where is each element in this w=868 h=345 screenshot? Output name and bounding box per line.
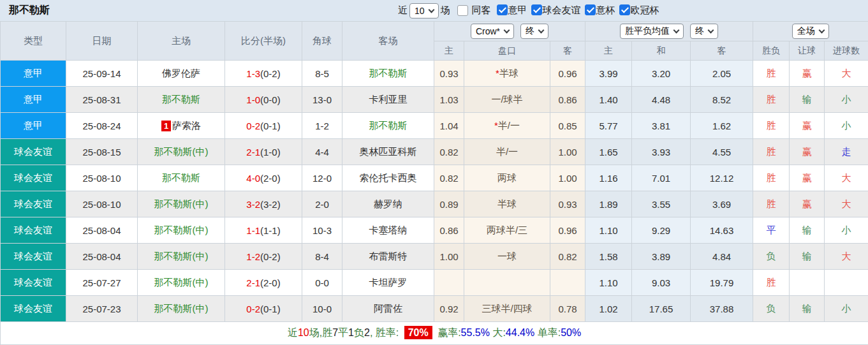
avg-home-cell: 1.02 — [585, 296, 632, 322]
odds-away-cell: 0.82 — [550, 244, 585, 270]
page-title: 那不勒斯 — [0, 4, 50, 17]
goals-result-cell: 小 — [825, 113, 868, 139]
home-team[interactable]: 那不勒斯 — [138, 165, 225, 191]
result-cell: 胜 — [753, 61, 790, 87]
score-cell: 1-2(0-2) — [225, 244, 302, 270]
col-header-home: 主场 — [138, 22, 225, 61]
competition-checkbox[interactable] — [585, 4, 596, 15]
same-venue-checkbox[interactable] — [457, 5, 468, 16]
odds-home-cell: 0.86 — [434, 217, 464, 244]
score-cell: 2-1(2-0) — [225, 270, 302, 296]
odds-plate-cell: 半球 — [464, 191, 550, 217]
away-team[interactable]: 赫罗纳 — [342, 191, 434, 217]
corner-cell: 2-0 — [302, 191, 342, 217]
odds-plate-cell: 两球 — [464, 165, 550, 191]
away-team[interactable]: 奥林匹亚科斯 — [342, 139, 434, 165]
scope-value: 全场 — [797, 26, 815, 37]
away-team[interactable]: 那不勒斯 — [342, 61, 434, 87]
odds-state-select[interactable]: 终 — [520, 24, 548, 39]
odds-plate-cell: 一/球半 — [464, 87, 550, 113]
competition-checkbox[interactable] — [619, 4, 630, 15]
chevron-down-icon — [708, 27, 714, 34]
odds-company-select[interactable]: Crow* — [471, 24, 514, 39]
away-team[interactable]: 布雷斯特 — [342, 244, 434, 270]
corner-cell: 1-2 — [302, 113, 342, 139]
score-cell: 3-2(3-2) — [225, 191, 302, 217]
home-team[interactable]: 那不勒斯(中) — [138, 217, 225, 244]
subcol-goals: 进球数 — [825, 41, 868, 61]
odds-plate-cell: 半/一 — [464, 139, 550, 165]
avg-home-cell: 1.65 — [585, 139, 632, 165]
odds-home-cell: 1.00 — [434, 244, 464, 270]
score-cell: 4-0(2-0) — [225, 165, 302, 191]
table-row: 意甲 25-08-24 1萨索洛 0-2(0-1) 1-2 那不勒斯 1.04 … — [1, 113, 868, 139]
avg-home-cell: 5.77 — [585, 113, 632, 139]
home-team[interactable]: 那不勒斯(中) — [138, 191, 225, 217]
avg-draw-cell: 7.01 — [632, 165, 691, 191]
avg-draw-cell: 9.29 — [632, 217, 691, 244]
home-team[interactable]: 那不勒斯(中) — [138, 296, 225, 322]
result-cell: 负 — [753, 244, 790, 270]
filter-bar: 近 10 场 同客 意甲球会友谊意杯欧冠杯 — [398, 0, 659, 21]
competition-label: 意甲 — [508, 4, 527, 15]
near-count-select[interactable]: 10 — [409, 3, 439, 18]
subcol-crow-plate: 盘口 — [464, 41, 550, 61]
corner-cell: 8-4 — [302, 244, 342, 270]
away-team[interactable]: 卡坦萨罗 — [342, 270, 434, 296]
chevron-down-icon — [538, 27, 545, 34]
date-cell: 25-08-10 — [66, 191, 138, 217]
corner-cell: 0-0 — [302, 270, 342, 296]
avg-state-select[interactable]: 终 — [690, 24, 718, 39]
odds-plate-cell: *半球 — [464, 61, 550, 87]
home-team[interactable]: 那不勒斯(中) — [138, 244, 225, 270]
avg-draw-cell: 3.93 — [632, 139, 691, 165]
home-team[interactable]: 那不勒斯(中) — [138, 270, 225, 296]
home-team[interactable]: 那不勒斯(中) — [138, 139, 225, 165]
score-cell: 0-2(0-1) — [225, 296, 302, 322]
away-team[interactable]: 那不勒斯 — [342, 113, 434, 139]
table-row: 球会友谊 25-08-10 那不勒斯(中) 3-2(3-2) 2-0 赫罗纳 0… — [1, 191, 868, 217]
avg-away-cell: 2.05 — [691, 61, 753, 87]
date-cell: 25-08-10 — [66, 165, 138, 191]
date-cell: 25-09-14 — [66, 61, 138, 87]
goals-result-cell: 大 — [825, 165, 868, 191]
result-cell: 胜 — [753, 165, 790, 191]
scope-select[interactable]: 全场 — [792, 24, 829, 39]
away-team[interactable]: 索伦托卡西奥 — [342, 165, 434, 191]
score-cell: 2-1(1-0) — [225, 139, 302, 165]
odds-company-group: Crow* 终 — [434, 22, 585, 41]
handicap-result-cell: 输 — [790, 217, 825, 244]
away-team[interactable]: 阿雷佐 — [342, 296, 434, 322]
goals-result-cell: 小 — [825, 296, 868, 322]
score-cell: 1-1(1-1) — [225, 217, 302, 244]
col-header-date: 日期 — [66, 22, 138, 61]
competition-checkbox[interactable] — [497, 4, 508, 15]
type-cell: 球会友谊 — [1, 165, 66, 191]
odds-state-value: 终 — [526, 26, 534, 37]
goals-result-cell: 小 — [825, 87, 868, 113]
competition-checkbox[interactable] — [531, 4, 542, 15]
table-row: 意甲 25-08-31 那不勒斯 1-0(0-0) 13-0 卡利亚里 1.03… — [1, 87, 868, 113]
away-team[interactable]: 卡塞塔纳 — [342, 217, 434, 244]
col-header-type: 类型 — [1, 22, 66, 61]
odds-away-cell: 0.85 — [550, 113, 585, 139]
avg-odds-group: 胜平负均值 终 — [585, 22, 753, 41]
home-team[interactable]: 那不勒斯 — [138, 87, 225, 113]
odds-away-cell: 1.00 — [550, 165, 585, 191]
type-cell: 球会友谊 — [1, 270, 66, 296]
table-row: 球会友谊 25-08-15 那不勒斯(中) 2-1(1-0) 4-4 奥林匹亚科… — [1, 139, 868, 165]
odds-away-cell: 1.00 — [550, 139, 585, 165]
table-row: 球会友谊 25-08-04 那不勒斯(中) 1-2(0-2) 8-4 布雷斯特 … — [1, 244, 868, 270]
avg-odds-select[interactable]: 胜平负均值 — [620, 24, 684, 39]
corner-cell: 8-5 — [302, 61, 342, 87]
home-team[interactable]: 1萨索洛 — [138, 113, 225, 139]
away-team[interactable]: 卡利亚里 — [342, 87, 434, 113]
odds-home-cell: 0.82 — [434, 139, 464, 165]
avg-away-cell: 12.12 — [691, 165, 753, 191]
competition-filters: 意甲球会友谊意杯欧冠杯 — [493, 4, 659, 17]
handicap-result-cell: 赢 — [790, 139, 825, 165]
home-team[interactable]: 佛罗伦萨 — [138, 61, 225, 87]
same-venue-label: 同客 — [472, 4, 491, 17]
date-cell: 25-08-15 — [66, 139, 138, 165]
subcol-crow-home: 主 — [434, 41, 464, 61]
